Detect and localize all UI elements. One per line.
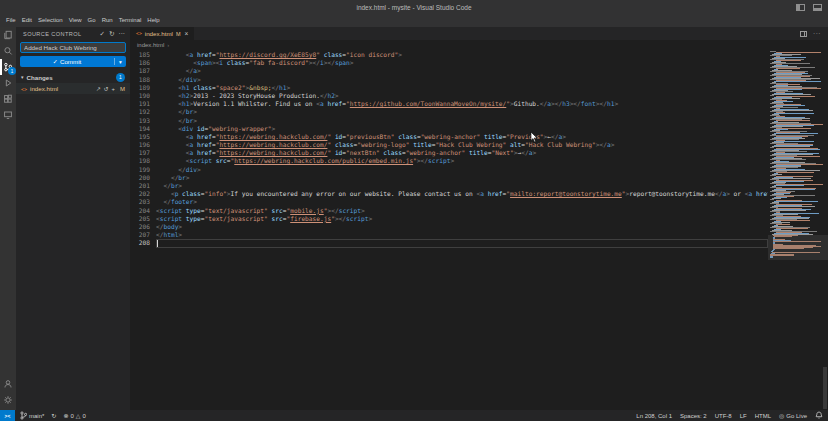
line-number: 188 bbox=[130, 76, 156, 84]
open-file-icon[interactable]: ↗ bbox=[96, 86, 101, 92]
changes-section-header[interactable]: ▾ Changes 1 bbox=[16, 72, 130, 82]
activity-run-debug[interactable] bbox=[0, 75, 16, 91]
activity-extensions[interactable] bbox=[0, 91, 16, 107]
go-live-item[interactable]: ◎ Go Live bbox=[779, 412, 807, 419]
line-number: 189 bbox=[130, 84, 156, 92]
close-icon[interactable]: × bbox=[185, 30, 189, 37]
account-icon bbox=[3, 379, 13, 389]
code-line[interactable]: 185 <a href="https://discord.gg/XeE85y8"… bbox=[130, 51, 828, 59]
menu-edit[interactable]: Edit bbox=[19, 14, 35, 27]
code-line[interactable]: 193 </br> bbox=[130, 117, 828, 125]
code-line[interactable]: 194 <div id="webring-wrapper"> bbox=[130, 125, 828, 133]
toggle-panel-icon[interactable] bbox=[813, 4, 822, 11]
activity-explorer[interactable] bbox=[0, 27, 16, 43]
sync-icon: ↻ bbox=[51, 412, 56, 419]
menu-bar: FileEditSelectionViewGoRunTerminalHelp bbox=[0, 14, 828, 27]
code-line[interactable]: 205<script type="text/javascript" src="f… bbox=[130, 215, 828, 223]
line-number: 185 bbox=[130, 51, 156, 59]
menu-go[interactable]: Go bbox=[85, 14, 99, 27]
line-number: 187 bbox=[130, 67, 156, 75]
tab-git-badge: M bbox=[176, 31, 181, 37]
code-line[interactable]: 202 <p class="info">If you encountered a… bbox=[130, 190, 828, 198]
scm-file-row[interactable]: <> index.html ↗ ↺ + M bbox=[16, 83, 130, 94]
code-line[interactable]: 204<script type="text/javascript" src="m… bbox=[130, 207, 828, 215]
menu-terminal[interactable]: Terminal bbox=[116, 14, 145, 27]
code-line[interactable]: 187 </a> bbox=[130, 67, 828, 75]
code-line[interactable]: 195 <a href="https://webring.hackclub.co… bbox=[130, 133, 828, 141]
editor-more-actions-icon[interactable]: ··· bbox=[813, 30, 821, 37]
code-line[interactable]: 192 </br> bbox=[130, 108, 828, 116]
minimap[interactable] bbox=[768, 51, 828, 391]
code-line[interactable]: 198 <script src="https://webring.hackclu… bbox=[130, 157, 828, 165]
scm-commit-icon[interactable]: ✓ bbox=[100, 27, 105, 40]
line-number: 200 bbox=[130, 174, 156, 182]
menu-help[interactable]: Help bbox=[144, 14, 162, 27]
sync-item[interactable]: ↻ bbox=[51, 412, 56, 419]
code-line[interactable]: 190 <h2>2013 - 2023 StoryHouse Productio… bbox=[130, 92, 828, 100]
branch-icon bbox=[20, 411, 27, 420]
gear-icon bbox=[3, 395, 13, 405]
activity-source-control[interactable]: 1 bbox=[0, 59, 16, 75]
line-number: 206 bbox=[130, 223, 156, 231]
code-line[interactable]: 208 bbox=[130, 239, 828, 247]
code-line[interactable]: 199 </div> bbox=[130, 166, 828, 174]
code-line[interactable]: 197 <a href="https://webring.hackclub.co… bbox=[130, 149, 828, 157]
indentation[interactable]: Spaces: 2 bbox=[680, 413, 707, 419]
line-number: 197 bbox=[130, 149, 156, 157]
settings-button[interactable] bbox=[0, 392, 16, 408]
git-branch-item[interactable]: main* bbox=[20, 411, 44, 420]
account-button[interactable] bbox=[0, 376, 16, 392]
line-number: 186 bbox=[130, 59, 156, 67]
commit-dropdown-icon[interactable]: ▾ bbox=[115, 59, 126, 65]
menu-file[interactable]: File bbox=[3, 14, 19, 27]
activity-remote-explorer[interactable] bbox=[0, 107, 16, 123]
breadcrumb-file[interactable]: index.html bbox=[137, 42, 164, 48]
commit-button[interactable]: ✓ Commit ▾ bbox=[20, 56, 126, 67]
scrollbar-thumb[interactable] bbox=[823, 367, 827, 409]
notifications-item[interactable] bbox=[815, 411, 823, 420]
code-line[interactable]: 200 </br> bbox=[130, 174, 828, 182]
code-line[interactable]: 207</html> bbox=[130, 231, 828, 239]
line-number: 190 bbox=[130, 92, 156, 100]
run-debug-icon bbox=[3, 78, 13, 88]
tab-index-html[interactable]: <> index.html M × bbox=[130, 27, 195, 40]
code-line[interactable]: 189 <h1 class="space2">&nbsp;</h1> bbox=[130, 84, 828, 92]
eol-sequence[interactable]: LF bbox=[740, 413, 747, 419]
toggle-sidebar-icon[interactable] bbox=[796, 4, 805, 11]
activity-bar: 1 bbox=[0, 27, 16, 410]
scm-refresh-icon[interactable]: ↻ bbox=[109, 27, 114, 40]
menu-selection[interactable]: Selection bbox=[35, 14, 66, 27]
code-line[interactable]: 206</body> bbox=[130, 223, 828, 231]
code-line[interactable]: 203 </footer> bbox=[130, 198, 828, 206]
remote-indicator[interactable]: >< bbox=[0, 410, 15, 421]
line-number: 204 bbox=[130, 207, 156, 215]
extensions-icon bbox=[3, 94, 13, 104]
code-line[interactable]: 188 </div> bbox=[130, 76, 828, 84]
scm-more-actions-icon[interactable]: ··· bbox=[119, 27, 126, 40]
split-editor-icon[interactable] bbox=[800, 31, 807, 37]
menu-run[interactable]: Run bbox=[99, 14, 116, 27]
stage-changes-icon[interactable]: + bbox=[112, 86, 115, 92]
cursor-position[interactable]: Ln 208, Col 1 bbox=[636, 413, 672, 419]
discard-changes-icon[interactable]: ↺ bbox=[104, 86, 109, 92]
warning-icon: △ bbox=[76, 412, 81, 419]
line-number: 196 bbox=[130, 141, 156, 149]
code-editor[interactable]: 185 <a href="https://discord.gg/XeE85y8"… bbox=[130, 51, 828, 248]
problems-item[interactable]: ⊗ 0 △ 0 bbox=[63, 412, 85, 419]
minimap-slider[interactable] bbox=[768, 235, 828, 260]
code-line[interactable]: 201 </br> bbox=[130, 182, 828, 190]
check-icon: ✓ bbox=[53, 58, 58, 65]
code-line[interactable]: 196 <a href="https://webring.hackclub.co… bbox=[130, 141, 828, 149]
commit-message-input[interactable] bbox=[20, 42, 126, 53]
title-bar: index.html - mysite - Visual Studio Code bbox=[0, 0, 828, 14]
activity-bar-bottom bbox=[0, 376, 16, 408]
encoding[interactable]: UTF-8 bbox=[715, 413, 732, 419]
code-line[interactable]: 191 <h1>Version 1.1 Whilster. Find us on… bbox=[130, 100, 828, 108]
scm-count-badge: 1 bbox=[8, 67, 16, 75]
activity-search[interactable] bbox=[0, 43, 16, 59]
line-number: 194 bbox=[130, 125, 156, 133]
files-icon bbox=[3, 30, 13, 40]
language-mode[interactable]: HTML bbox=[755, 413, 771, 419]
code-line[interactable]: 186 <span><i class="fab fa-discord"></i>… bbox=[130, 59, 828, 67]
menu-view[interactable]: View bbox=[66, 14, 85, 27]
